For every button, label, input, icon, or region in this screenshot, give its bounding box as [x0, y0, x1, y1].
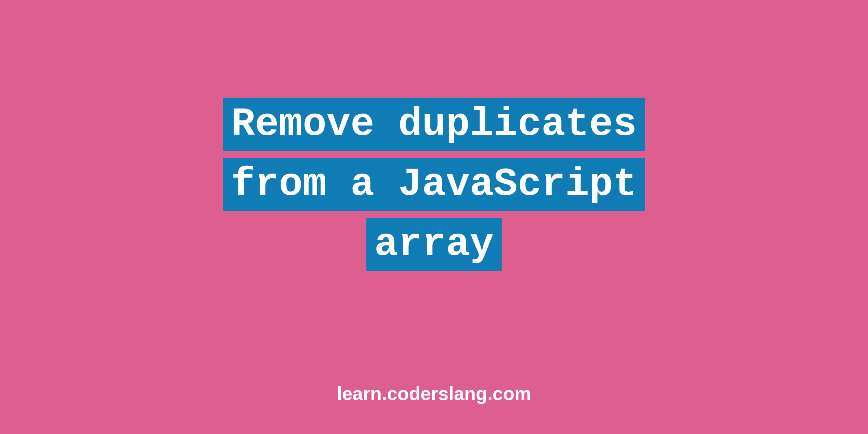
title-line-3: array	[366, 218, 502, 271]
title-line-1: Remove duplicates	[223, 98, 645, 151]
title-line-2: from a JavaScript	[223, 158, 645, 211]
page-title: Remove duplicates from a JavaScript arra…	[223, 98, 645, 271]
footer-url: learn.coderslang.com	[337, 383, 531, 404]
